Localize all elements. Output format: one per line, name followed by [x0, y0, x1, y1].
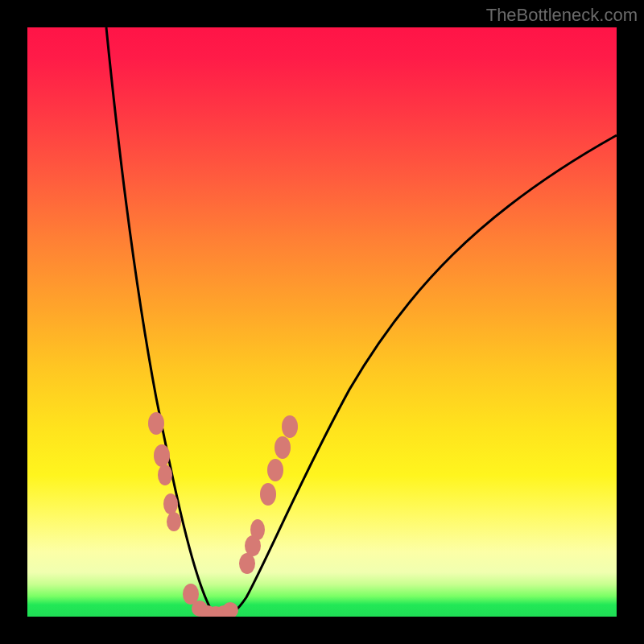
- svg-point-14: [260, 483, 276, 506]
- svg-point-6: [192, 601, 208, 617]
- watermark-text: TheBottleneck.com: [486, 5, 638, 26]
- svg-point-1: [154, 444, 170, 467]
- svg-point-11: [239, 553, 255, 574]
- svg-point-5: [183, 584, 199, 605]
- svg-point-9: [216, 605, 232, 617]
- svg-point-2: [158, 464, 172, 485]
- svg-point-16: [275, 436, 291, 459]
- chart-curves: [27, 27, 617, 617]
- svg-point-0: [148, 412, 164, 435]
- chart-outer-frame: TheBottleneck.com: [0, 0, 644, 644]
- svg-point-12: [245, 535, 261, 556]
- curve-right-branch: [224, 135, 617, 616]
- chart-plot-area: [27, 27, 617, 617]
- svg-point-7: [200, 605, 216, 617]
- svg-point-17: [282, 415, 298, 438]
- svg-point-10: [222, 602, 238, 617]
- curve-left-branch: [106, 27, 224, 616]
- svg-point-15: [267, 459, 283, 481]
- svg-point-13: [250, 519, 265, 540]
- highlight-beads: [148, 412, 298, 617]
- svg-point-3: [163, 493, 178, 514]
- svg-point-4: [167, 512, 181, 531]
- svg-point-8: [208, 606, 224, 617]
